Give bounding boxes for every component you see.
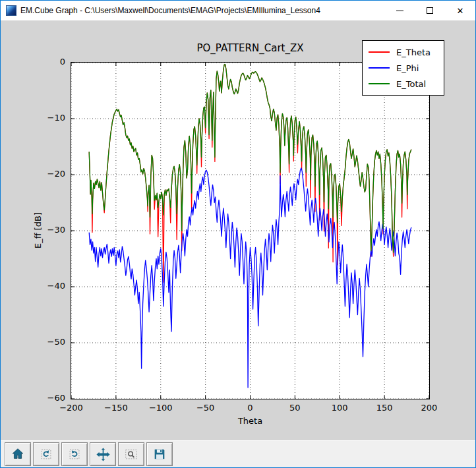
plot-svg[interactable] — [71, 63, 429, 399]
x-tick-label: −100 — [146, 403, 175, 413]
plot-area[interactable] — [71, 62, 430, 399]
minimize-icon — [396, 11, 403, 11]
series-E_Phi — [89, 168, 411, 388]
y-tick-label: 0 — [32, 57, 65, 67]
back-button[interactable] — [33, 442, 59, 466]
legend-line-sample — [369, 67, 390, 69]
close-button[interactable]: ✕ — [445, 1, 475, 20]
home-icon — [11, 447, 25, 461]
y-tick-label: −10 — [32, 113, 65, 123]
legend-label: E_Phi — [396, 63, 419, 73]
x-tick-label: 150 — [370, 403, 399, 413]
maximize-icon — [427, 7, 433, 14]
nav-toolbar — [1, 440, 475, 467]
back-arrow-icon — [39, 447, 53, 461]
maximize-button[interactable] — [415, 1, 445, 20]
forward-arrow-icon — [67, 447, 82, 461]
close-icon: ✕ — [457, 7, 464, 15]
y-tick-label: −60 — [32, 393, 65, 403]
zoom-button[interactable] — [118, 442, 144, 466]
y-tick-label: −50 — [32, 337, 65, 347]
y-tick-label: −20 — [32, 169, 65, 179]
legend-label: E_Theta — [396, 47, 431, 57]
legend: E_ThetaE_PhiE_Total — [362, 40, 444, 96]
x-axis-label: Theta — [71, 416, 430, 426]
x-tick-label: −200 — [57, 403, 86, 413]
zoom-rect-icon — [124, 447, 138, 461]
legend-line-sample — [369, 83, 390, 84]
pan-move-icon — [96, 447, 111, 462]
x-tick-label: 200 — [415, 403, 444, 413]
titlebar[interactable]: EM.Cube Graph - C:\Users\Maxwell\Documen… — [1, 1, 475, 20]
pan-button[interactable] — [90, 442, 116, 466]
app-icon — [6, 5, 16, 16]
save-button[interactable] — [146, 442, 173, 466]
forward-button[interactable] — [61, 442, 88, 466]
y-tick-label: −30 — [32, 225, 65, 235]
y-tick-label: −40 — [32, 281, 65, 291]
figure-canvas: PO_PATTERN_Cart_ZX E_ff [dB] Theta E_The… — [1, 20, 475, 441]
x-tick-label: −50 — [191, 403, 220, 413]
minimize-button[interactable] — [384, 1, 415, 20]
legend-entry: E_Total — [369, 76, 438, 92]
home-button[interactable] — [5, 442, 31, 466]
legend-label: E_Total — [396, 79, 426, 89]
x-tick-label: 100 — [325, 403, 354, 413]
app-window: EM.Cube Graph - C:\Users\Maxwell\Documen… — [0, 0, 476, 468]
save-floppy-icon — [152, 447, 167, 461]
legend-entry: E_Phi — [369, 60, 438, 76]
legend-line-sample — [369, 51, 390, 53]
legend-entry: E_Theta — [369, 44, 438, 60]
x-tick-label: −150 — [102, 403, 131, 413]
x-tick-label: 0 — [236, 403, 265, 413]
x-tick-label: 50 — [280, 403, 309, 413]
window-title: EM.Cube Graph - C:\Users\Maxwell\Documen… — [20, 6, 320, 15]
